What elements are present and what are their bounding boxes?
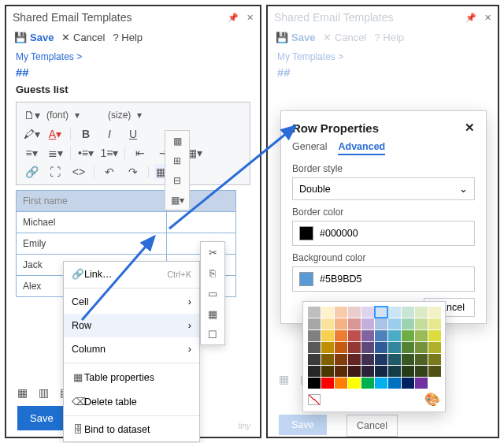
cancel-button[interactable]: ✕ Cancel [61, 32, 105, 43]
palette-color[interactable] [402, 330, 414, 341]
palette-color[interactable] [388, 366, 401, 377]
menu-link[interactable]: 🔗Link…Ctrl+K [64, 262, 199, 286]
palette-color[interactable] [375, 366, 387, 377]
tb-icon[interactable]: ▥ [39, 386, 49, 399]
palette-color[interactable] [428, 318, 441, 329]
palette-color[interactable] [375, 318, 387, 329]
palette-color[interactable] [321, 342, 334, 353]
palette-color[interactable] [335, 366, 347, 377]
link-icon[interactable]: 🔗 [23, 164, 40, 180]
footer-save-button[interactable]: Save [17, 406, 66, 430]
cancel-button[interactable]: ✕ Cancel [323, 32, 366, 43]
save-button[interactable]: 💾Save [276, 32, 315, 43]
footer-save-button-dim[interactable]: Save [279, 415, 327, 435]
palette-color[interactable] [335, 378, 347, 389]
palette-color[interactable] [375, 378, 387, 389]
palette-color[interactable] [335, 342, 347, 353]
save-button[interactable]: 💾Save [14, 32, 54, 43]
palette-color[interactable] [335, 354, 347, 365]
palette-color[interactable] [375, 342, 387, 353]
palette-color[interactable] [348, 342, 361, 353]
palette-color[interactable] [402, 378, 414, 389]
palette-color[interactable] [348, 378, 361, 389]
palette-color[interactable] [415, 366, 428, 377]
close-icon[interactable]: ✕ [484, 13, 491, 23]
palette-color[interactable] [415, 342, 428, 353]
image-icon[interactable]: ⛶ [46, 164, 64, 180]
row-paste-icon[interactable]: ▭ [201, 283, 224, 303]
palette-color[interactable] [375, 307, 387, 318]
font-select[interactable]: (font) [46, 110, 69, 121]
palette-color[interactable] [321, 378, 334, 389]
palette-color[interactable] [402, 354, 414, 365]
palette-color[interactable] [388, 307, 401, 318]
size-select[interactable]: (size) [108, 110, 131, 121]
palette-color[interactable] [308, 307, 321, 318]
bold-icon[interactable]: B [77, 126, 94, 142]
code-icon[interactable]: <> [70, 164, 87, 180]
palette-color[interactable] [402, 366, 414, 377]
palette-color[interactable] [402, 318, 414, 329]
palette-color[interactable] [308, 318, 321, 329]
footer-cancel-button[interactable]: Cancel [346, 415, 398, 437]
table-opt-icon[interactable]: ▦ [165, 131, 189, 151]
palette-color[interactable] [308, 330, 321, 341]
row-copy-icon[interactable]: ⎘ [201, 262, 224, 283]
redo-icon[interactable]: ↷ [124, 164, 142, 180]
palette-color[interactable] [321, 330, 334, 341]
palette-color[interactable] [428, 378, 441, 389]
palette-color[interactable] [388, 378, 401, 389]
palette-color[interactable] [361, 318, 374, 329]
table-opt-icon[interactable]: ⊟ [165, 170, 189, 190]
palette-color[interactable] [415, 378, 428, 389]
palette-color[interactable] [388, 354, 401, 365]
table-header[interactable]: First name [17, 191, 167, 212]
table-cell[interactable]: Michael [17, 212, 167, 233]
palette-color[interactable] [321, 354, 334, 365]
menu-column[interactable]: Column› [64, 337, 199, 361]
bg-color-field[interactable]: #5B9BD5 [292, 266, 475, 292]
help-button[interactable]: ? Help [374, 32, 404, 43]
palette-color[interactable] [428, 307, 441, 318]
menu-bind-dataset[interactable]: 🗄Bind to dataset [64, 418, 199, 441]
palette-color[interactable] [361, 366, 374, 377]
border-color-field[interactable]: #000000 [292, 221, 475, 246]
palette-color[interactable] [361, 378, 374, 389]
palette-color[interactable] [415, 318, 428, 329]
palette-color[interactable] [428, 366, 441, 377]
tab-advanced[interactable]: Advanced [338, 141, 385, 155]
bullet-list-icon[interactable]: •≡▾ [77, 145, 94, 161]
palette-color[interactable] [348, 354, 361, 365]
palette-color[interactable] [375, 330, 387, 341]
palette-color[interactable] [361, 307, 374, 318]
line-height-icon[interactable]: ≣▾ [46, 145, 64, 161]
palette-color[interactable] [348, 307, 361, 318]
menu-delete-table[interactable]: ⌫Delete table [64, 389, 199, 414]
number-list-icon[interactable]: 1≡▾ [101, 145, 118, 161]
palette-color[interactable] [308, 366, 321, 377]
palette-color[interactable] [415, 330, 428, 341]
palette-color[interactable] [308, 378, 321, 389]
breadcrumb[interactable]: My Templates > [268, 50, 498, 65]
table-opt-icon[interactable]: ▦▾ [165, 190, 189, 210]
palette-color[interactable] [335, 307, 347, 318]
palette-color[interactable] [348, 366, 361, 377]
palette-color[interactable] [402, 307, 414, 318]
outdent-icon[interactable]: ⇤ [132, 145, 149, 161]
palette-color[interactable] [428, 342, 441, 353]
row-props-icon[interactable]: ▦ [201, 303, 224, 324]
custom-color-icon[interactable]: 🎨 [424, 392, 440, 407]
menu-cell[interactable]: Cell› [64, 290, 199, 314]
bg-color-swatch[interactable] [299, 272, 313, 286]
pin-icon[interactable]: 📌 [228, 13, 239, 23]
no-color-icon[interactable] [308, 394, 321, 405]
highlight-icon[interactable]: 🖍▾ [23, 126, 40, 142]
palette-color[interactable] [308, 342, 321, 353]
tb-icon[interactable]: ▦ [17, 386, 28, 399]
palette-color[interactable] [361, 342, 374, 353]
palette-color[interactable] [428, 354, 441, 365]
border-color-swatch[interactable] [299, 226, 313, 240]
palette-color[interactable] [335, 318, 347, 329]
palette-color[interactable] [415, 307, 428, 318]
palette-color[interactable] [428, 330, 441, 341]
